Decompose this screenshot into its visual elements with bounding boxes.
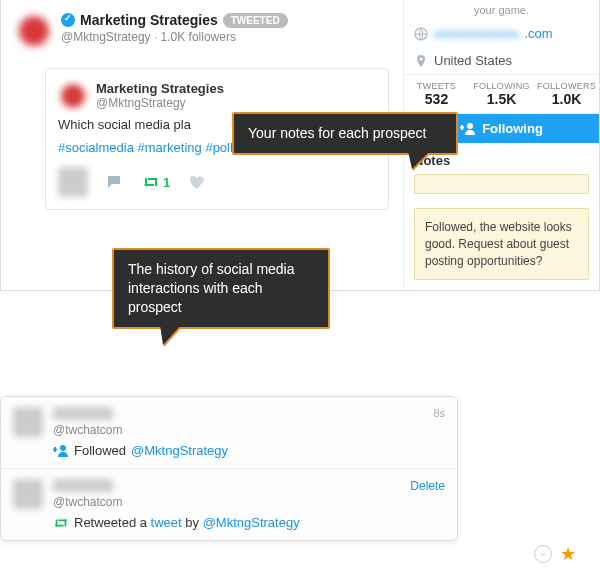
- history-item: @twchatcom Retweeted a tweet by @MktngSt…: [1, 469, 457, 540]
- action-avatar: [58, 167, 88, 197]
- tweet-actions: 1: [58, 167, 376, 197]
- like-icon[interactable]: [188, 174, 206, 190]
- history-panel: @twchatcom Followed @MktngStrategy 8s @t…: [0, 396, 458, 541]
- star-icon[interactable]: ★: [560, 543, 576, 565]
- callout-history: The history of social media interactions…: [112, 248, 330, 329]
- follow-icon: [53, 444, 69, 458]
- notes-input[interactable]: [414, 174, 589, 194]
- note-card[interactable]: Followed, the website looks good. Reques…: [414, 208, 589, 280]
- truncated-text: your game.: [404, 0, 599, 20]
- mention-link[interactable]: @MktngStrategy: [203, 515, 300, 530]
- profile-avatar: [15, 12, 53, 50]
- stat-following[interactable]: FOLLOWING 1.5K: [469, 75, 534, 113]
- blurred-name: [53, 407, 113, 420]
- svg-point-2: [60, 445, 66, 451]
- retweet-icon: [53, 517, 69, 529]
- retweet-button[interactable]: 1: [142, 175, 170, 190]
- emoji-icon[interactable]: ⌣: [534, 545, 552, 563]
- follow-user-icon: [460, 122, 476, 136]
- profile-header: Marketing Strategies TWEETED @MktngStrat…: [15, 12, 389, 50]
- tweeted-badge: TWEETED: [223, 13, 288, 28]
- mention-link[interactable]: @MktngStrategy: [131, 443, 228, 458]
- website-row[interactable]: xxxxxxxxxxxxx.com: [404, 20, 599, 47]
- stat-followers[interactable]: FOLLOWERS 1.0K: [534, 75, 599, 113]
- delete-button[interactable]: Delete: [410, 479, 445, 493]
- location-row: United States: [404, 47, 599, 74]
- callout-notes: Your notes for each prospect: [232, 112, 458, 155]
- profile-subline: @MktngStrategy · 1.0K followers: [61, 30, 288, 44]
- tweet-avatar: [58, 81, 88, 111]
- stat-tweets[interactable]: TWEETS 532: [404, 75, 469, 113]
- svg-point-1: [467, 123, 473, 129]
- timestamp: 8s: [433, 407, 445, 419]
- reply-icon[interactable]: [106, 174, 124, 190]
- tweet-author[interactable]: Marketing Strategies: [96, 81, 224, 96]
- stats-row: TWEETS 532 FOLLOWING 1.5K FOLLOWERS 1.0K: [404, 74, 599, 114]
- history-handle: @twchatcom: [53, 495, 445, 509]
- history-avatar: [13, 479, 43, 509]
- blurred-name: [53, 479, 113, 492]
- history-avatar: [13, 407, 43, 437]
- globe-icon: [414, 27, 428, 41]
- location-icon: [414, 54, 428, 68]
- profile-name[interactable]: Marketing Strategies: [80, 12, 218, 28]
- verified-icon: [61, 13, 75, 27]
- tweet-handle: @MktngStrategy: [96, 96, 224, 110]
- history-item: @twchatcom Followed @MktngStrategy 8s: [1, 397, 457, 469]
- history-handle: @twchatcom: [53, 423, 445, 437]
- bottom-bar: ⌣ ★: [528, 537, 582, 571]
- tweet-link[interactable]: tweet: [151, 515, 182, 530]
